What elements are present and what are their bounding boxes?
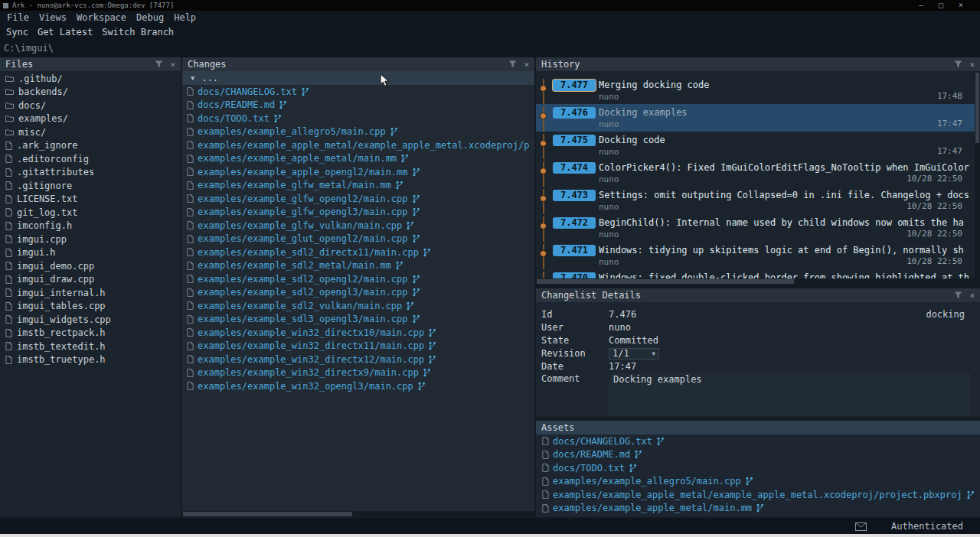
- filter-icon[interactable]: [954, 291, 962, 299]
- file-tree-item[interactable]: git_log.txt: [0, 206, 181, 220]
- file-tree-item[interactable]: imgui.h: [0, 246, 181, 260]
- changed-file-row[interactable]: examples/example_glut_opengl2/main.cpp: [182, 233, 534, 246]
- asset-file-row[interactable]: docs/CHANGELOG.txt: [536, 434, 980, 448]
- file-tree-item[interactable]: imgui_draw.cpp: [0, 273, 181, 287]
- changed-file-row[interactable]: examples/example_sdl2_opengl3/main.cpp: [182, 286, 534, 300]
- branch-status-icon: [279, 100, 287, 109]
- file-icon: [542, 477, 549, 486]
- file-tree-item[interactable]: imstb_truetype.h: [0, 353, 181, 367]
- changed-file-path: examples/example_sdl2_vulkan/main.cpp: [198, 301, 402, 311]
- close-panel-icon[interactable]: ×: [969, 291, 975, 300]
- close-panel-icon[interactable]: ×: [524, 60, 529, 69]
- file-tree-item[interactable]: misc/: [0, 125, 181, 139]
- file-tree-item[interactable]: imgui_internal.h: [0, 286, 181, 300]
- file-tree-item[interactable]: .github/: [0, 72, 181, 86]
- file-tree-item[interactable]: .ark_ignore: [0, 139, 181, 153]
- maximize-button[interactable]: □: [939, 0, 943, 11]
- file-icon: [5, 315, 12, 324]
- changed-file-row[interactable]: examples/example_glfw_opengl3/main.cpp: [182, 206, 534, 220]
- current-path: C:\imgui\: [4, 43, 54, 54]
- history-commit-row[interactable]: 7.473 Settings: omit outputing Collapsed…: [536, 187, 975, 214]
- branch-status-icon: [273, 114, 282, 123]
- changed-file-row[interactable]: examples/example_win32_directx11/main.cp…: [182, 340, 534, 353]
- menu-item[interactable]: Views: [39, 12, 67, 23]
- changed-file-row[interactable]: examples/example_glfw_vulkan/main.cpp: [182, 219, 534, 233]
- file-tree-item[interactable]: imgui.cpp: [0, 233, 181, 246]
- changed-file-row[interactable]: examples/example_win32_directx9/main.cpp: [182, 366, 534, 380]
- toolbar-button[interactable]: Switch Branch: [102, 27, 174, 37]
- asset-file-row[interactable]: docs/TODO.txt: [536, 461, 980, 475]
- filter-icon[interactable]: [954, 60, 962, 68]
- graph-dot-icon: [540, 112, 547, 119]
- file-name: imgui.h: [17, 247, 56, 258]
- changed-file-row[interactable]: docs/TODO.txt: [182, 112, 534, 125]
- menu-item[interactable]: Help: [174, 12, 196, 23]
- revision-dropdown[interactable]: 1/1 ▼: [609, 348, 659, 360]
- close-button[interactable]: ×: [959, 0, 963, 11]
- changed-file-row[interactable]: examples/example_win32_directx12/main.cp…: [182, 353, 534, 366]
- changed-file-row[interactable]: examples/example_win32_directx10/main.cp…: [182, 326, 534, 340]
- changed-file-row[interactable]: examples/example_sdl3_opengl3/main.cpp: [182, 313, 534, 327]
- file-name: imgui_draw.cpp: [17, 274, 94, 285]
- toolbar-button[interactable]: Get Latest: [38, 27, 93, 37]
- history-commit-row[interactable]: 7.471 Windows: tidying up skipitems logi…: [536, 242, 975, 269]
- file-tree-item[interactable]: backends/: [0, 86, 181, 99]
- file-tree-item[interactable]: .gitattributes: [0, 166, 181, 180]
- changed-file-row[interactable]: examples/example_glfw_metal/main.mm: [182, 179, 534, 193]
- expander-triangle-icon[interactable]: ▼: [191, 74, 194, 82]
- toolbar-button[interactable]: Sync: [6, 27, 28, 37]
- file-tree-item[interactable]: examples/: [0, 112, 181, 126]
- file-tree-item[interactable]: imstb_textedit.h: [0, 340, 181, 353]
- file-tree-item[interactable]: LICENSE.txt: [0, 193, 181, 207]
- history-commit-row[interactable]: 7.470 Windows: fixed double-clicked bord…: [536, 269, 975, 278]
- file-tree-item[interactable]: imstb_rectpack.h: [0, 327, 181, 340]
- menu-item[interactable]: Debug: [136, 12, 164, 23]
- file-tree-item[interactable]: imgui_demo.cpp: [0, 259, 181, 273]
- changed-file-row[interactable]: examples/example_apple_metal/main.mm: [182, 152, 534, 166]
- filter-icon[interactable]: [155, 60, 163, 68]
- changed-file-row[interactable]: examples/example_apple_metal/example_app…: [182, 138, 534, 152]
- changed-file-row[interactable]: examples/example_allegro5/main.cpp: [182, 125, 534, 139]
- changed-file-path: examples/example_apple_metal/example_app…: [198, 140, 529, 151]
- menu-item[interactable]: Workspace: [77, 12, 126, 23]
- file-icon: [187, 355, 194, 363]
- history-commit-row[interactable]: 7.474 ColorPicker4(): Fixed ImGuiColorEd…: [536, 159, 975, 187]
- minimize-button[interactable]: –: [919, 0, 923, 11]
- changed-file-row[interactable]: examples/example_apple_opengl2/main.mm: [182, 165, 534, 179]
- file-tree-item[interactable]: docs/: [0, 99, 181, 112]
- horizontal-scrollbar[interactable]: [536, 278, 980, 285]
- file-name: .gitattributes: [17, 167, 94, 177]
- scrollbar-thumb[interactable]: [183, 512, 352, 516]
- file-tree-item[interactable]: imconfig.h: [0, 220, 181, 233]
- changed-file-row[interactable]: examples/example_glfw_opengl2/main.cpp: [182, 192, 534, 206]
- vertical-scrollbar[interactable]: [975, 71, 980, 278]
- changed-file-row[interactable]: examples/example_sdl2_metal/main.mm: [182, 259, 534, 273]
- asset-file-row[interactable]: docs/README.md: [536, 448, 980, 462]
- changed-file-row[interactable]: docs/CHANGELOG.txt: [182, 85, 534, 99]
- changes-root-row[interactable]: ▼ ...: [182, 71, 534, 85]
- scrollbar-thumb[interactable]: [537, 279, 794, 284]
- branch-status-icon: [423, 248, 431, 257]
- changed-file-row[interactable]: examples/example_sdl2_opengl2/main.cpp: [182, 272, 534, 286]
- filter-icon[interactable]: [508, 60, 517, 68]
- history-commit-row[interactable]: 7.475 Docking code nuno 17:47: [536, 132, 975, 159]
- file-tree-item[interactable]: .gitignore: [0, 179, 181, 193]
- changed-file-row[interactable]: examples/example_win32_opengl3/main.cpp: [182, 379, 534, 393]
- horizontal-scrollbar[interactable]: [182, 511, 534, 517]
- close-panel-icon[interactable]: ×: [969, 60, 975, 69]
- file-tree-item[interactable]: .editorconfig: [0, 152, 181, 166]
- changed-file-row[interactable]: examples/example_sdl2_vulkan/main.cpp: [182, 299, 534, 313]
- file-tree-item[interactable]: imgui_widgets.cpp: [0, 313, 181, 327]
- changed-file-row[interactable]: docs/README.md: [182, 99, 534, 112]
- asset-file-row[interactable]: examples/example_allegro5/main.cpp: [536, 475, 980, 489]
- history-commit-row[interactable]: 7.477 Merging docking code nuno 17:48: [536, 76, 975, 104]
- asset-file-row[interactable]: examples/example_apple_metal/example_app…: [536, 488, 980, 502]
- file-tree-item[interactable]: imgui_tables.cpp: [0, 300, 181, 314]
- close-panel-icon[interactable]: ×: [170, 60, 175, 69]
- history-commit-row[interactable]: 7.476 Docking examples nuno 17:47: [536, 104, 975, 132]
- asset-file-row[interactable]: examples/example_apple_metal/main.mm: [536, 502, 980, 516]
- changed-file-row[interactable]: examples/example_sdl2_directx11/main.cpp: [182, 246, 534, 259]
- menu-item[interactable]: File: [7, 12, 29, 23]
- history-commit-row[interactable]: 7.472 BeginChild(): Internal name used b…: [536, 214, 975, 242]
- scrollbar-thumb[interactable]: [975, 73, 979, 143]
